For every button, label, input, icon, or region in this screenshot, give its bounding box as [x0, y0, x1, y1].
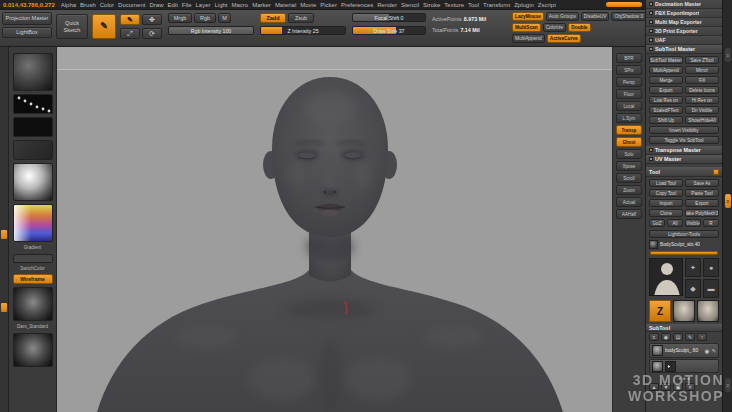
lightbox-tools-button[interactable]: Lightbox>Tools	[649, 230, 719, 238]
folder-icon[interactable]: ▤	[673, 333, 683, 341]
plugin-multi-map-exporter[interactable]: Multi Map Exporter	[646, 18, 722, 27]
tool-save-as[interactable]: Save As	[685, 179, 719, 187]
alpha-thumbnail[interactable]	[13, 117, 53, 137]
toggle-lazymouse[interactable]: LazyMouse	[512, 12, 544, 21]
bpr-button[interactable]: BPR	[616, 53, 642, 63]
thumb-cube[interactable]: ◆	[685, 279, 701, 298]
toggle-disableuv[interactable]: DisableUV	[581, 12, 610, 21]
texture-thumbnail[interactable]	[13, 140, 53, 160]
move-mode-button[interactable]: ✥	[142, 14, 162, 25]
tool-export[interactable]: Export	[685, 199, 719, 207]
menubar-accent-badge[interactable]	[606, 2, 642, 7]
menu-texture[interactable]: Texture	[444, 2, 464, 8]
tool-r[interactable]: R	[703, 219, 719, 227]
menu-zplugin[interactable]: Zplugin	[514, 2, 534, 8]
mrgb-button[interactable]: Mrgb	[168, 13, 192, 23]
toggle-multiappend[interactable]: MultiAppend	[512, 34, 545, 43]
edit-icon[interactable]: ✎	[685, 333, 695, 341]
tool-make-polymesh3d[interactable]: Make PolyMesh3D	[685, 209, 719, 217]
subtool-header[interactable]: SubTool	[646, 324, 722, 332]
tool-load-tool[interactable]: Load Tool	[649, 179, 683, 187]
menu-edit[interactable]: Edit	[167, 2, 177, 8]
tool-header[interactable]: Tool	[646, 167, 722, 177]
focal-shift-slider[interactable]: Focal Shift 0	[352, 13, 426, 22]
stm-subtool-master[interactable]: SubTool Master	[649, 56, 683, 64]
edit-mode-button[interactable]: ✎	[92, 14, 116, 39]
menu-stroke[interactable]: Stroke	[423, 2, 440, 8]
stm-fill[interactable]: Fill	[685, 76, 719, 84]
menu-movie[interactable]: Movie	[300, 2, 316, 8]
transpose-master-header[interactable]: Transpose Master	[646, 146, 722, 155]
stm-show-hideall[interactable]: Show/HideAll	[685, 116, 719, 124]
lightbox-button[interactable]: LightBox	[2, 27, 52, 38]
plugin-3d-print-exporter[interactable]: 3D Print Exporter	[646, 27, 722, 36]
thumb-sphere[interactable]: ●	[703, 258, 719, 277]
tool-visible[interactable]: Visible	[685, 219, 701, 227]
rotate-mode-button[interactable]: ⟳	[142, 28, 162, 39]
subtool-master-header[interactable]: SubTool Master	[646, 45, 722, 54]
spix-button[interactable]: SPix	[616, 65, 642, 75]
stroke-thumbnail[interactable]	[13, 94, 53, 114]
list-icon[interactable]: ≡	[649, 333, 659, 341]
tool-copy-tool[interactable]: Copy Tool	[649, 189, 683, 197]
stm-low-res-on[interactable]: Low Res on	[649, 96, 683, 104]
floor-button[interactable]: Floor	[616, 89, 642, 99]
ghost-button[interactable]: Ghost	[616, 137, 642, 147]
tray-grip-top[interactable]: ≡	[725, 48, 731, 62]
menu-draw[interactable]: Draw	[149, 2, 163, 8]
aahalf-button[interactable]: AAHalf	[616, 209, 642, 219]
m-button[interactable]: M	[218, 13, 231, 23]
brush-preview-2[interactable]	[13, 333, 53, 367]
plugin-decimation-master[interactable]: Decimation Master	[646, 0, 722, 9]
scroll-button[interactable]: Scroll	[616, 173, 642, 183]
menu-light[interactable]: Light	[215, 2, 228, 8]
tray-grip-open[interactable]: ≡	[725, 194, 731, 208]
zadd-button[interactable]: Zadd	[260, 13, 286, 23]
local-button[interactable]: Local	[616, 101, 642, 111]
plugin-uaf[interactable]: UAF	[646, 36, 722, 45]
menu-picker[interactable]: Picker	[320, 2, 337, 8]
updown-icon[interactable]: ↕	[697, 333, 707, 341]
active-tool-thumbnail[interactable]	[649, 258, 683, 296]
toggle-colorize[interactable]: Colorize	[543, 23, 567, 32]
stm-hi-res-on[interactable]: Hi Res on	[685, 96, 719, 104]
left-tray-tick-1[interactable]	[1, 230, 7, 239]
menu-macro[interactable]: Macro	[232, 2, 249, 8]
model-bust[interactable]	[57, 47, 612, 412]
stm-invert-visibility[interactable]: Invert Visibility	[649, 126, 719, 134]
stm-toggle-vis-subtool[interactable]: Toggle Vis SubTool	[649, 136, 719, 144]
scale-mode-button[interactable]: ⤢	[120, 28, 140, 39]
menu-stencil[interactable]: Stencil	[401, 2, 419, 8]
draw-size-slider[interactable]: Draw Size 37	[352, 26, 426, 35]
draw-mode-button[interactable]: ✎	[120, 14, 140, 25]
stm-dn-visible[interactable]: Dn Visible	[685, 106, 719, 114]
tool-accent-icon[interactable]	[713, 169, 719, 175]
thumb-mannequin[interactable]	[673, 300, 695, 322]
xpose-button[interactable]: Xpose	[616, 161, 642, 171]
switch-color-button[interactable]: SwitchColor	[20, 266, 45, 272]
current-color-swatch[interactable]	[13, 254, 53, 263]
subtool-list-item[interactable]: bodySculpt_.60 ◉ ✎	[649, 343, 719, 358]
stm-export[interactable]: Export	[649, 86, 683, 94]
thumb-star3d[interactable]: ✦	[685, 258, 701, 277]
sculpt-canvas[interactable]	[57, 47, 612, 412]
solo-button[interactable]: Solo	[616, 149, 642, 159]
menu-render[interactable]: Render	[377, 2, 397, 8]
menu-color[interactable]: Color	[100, 2, 114, 8]
uv-master-header[interactable]: UV Master	[646, 155, 722, 164]
transp-button[interactable]: Transp	[616, 125, 642, 135]
persp-button[interactable]: Persp	[616, 77, 642, 87]
color-picker[interactable]	[13, 204, 53, 242]
wireframe-button[interactable]: Wireframe	[13, 274, 53, 284]
current-tool-row[interactable]: BodySculpt_sbt.40	[646, 239, 722, 250]
stm-save-ztool[interactable]: Save ZTool	[685, 56, 719, 64]
menu-tool[interactable]: Tool	[468, 2, 479, 8]
l-sym-button[interactable]: L.Sym	[616, 113, 642, 123]
quick-sketch-button[interactable]: Quick Sketch	[56, 14, 88, 39]
thumb-mannequin-stand[interactable]	[697, 300, 719, 322]
tool-import[interactable]: Import	[649, 199, 683, 207]
tool-all[interactable]: All	[667, 219, 683, 227]
tool-paste-tool[interactable]: Paste Tool	[685, 189, 719, 197]
menu-layer[interactable]: Layer	[196, 2, 211, 8]
toggle-objshadow-0[interactable]: ObjShadow 0	[611, 12, 646, 21]
